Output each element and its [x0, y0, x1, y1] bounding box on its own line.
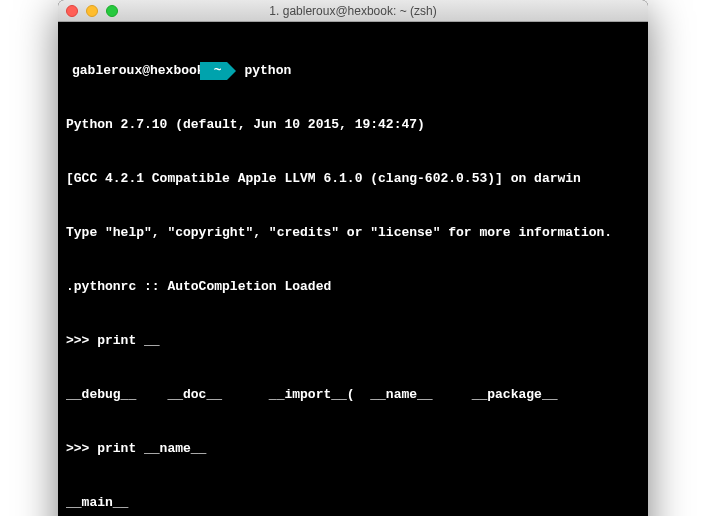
close-icon[interactable] — [66, 5, 78, 17]
zoom-icon[interactable] — [106, 5, 118, 17]
output-line: __main__ — [66, 494, 640, 512]
output-line: [GCC 4.2.1 Compatible Apple LLVM 6.1.0 (… — [66, 170, 640, 188]
user-host: gableroux@hexbook — [66, 62, 209, 80]
repl-line: >>> print __name__ — [66, 440, 640, 458]
path-segment: ~ — [200, 62, 228, 80]
prompt-line: gableroux@hexbook ~ python — [66, 62, 640, 80]
output-line: Type "help", "copyright", "credits" or "… — [66, 224, 640, 242]
terminal-window: 1. gableroux@hexbook: ~ (zsh) gableroux@… — [58, 0, 648, 516]
repl-line: >>> print __ — [66, 332, 640, 350]
traffic-lights — [66, 5, 118, 17]
terminal-body[interactable]: gableroux@hexbook ~ python Python 2.7.10… — [58, 22, 648, 516]
output-line: .pythonrc :: AutoCompletion Loaded — [66, 278, 640, 296]
titlebar[interactable]: 1. gableroux@hexbook: ~ (zsh) — [58, 0, 648, 22]
chevron-right-icon — [227, 62, 236, 80]
output-line: __debug__ __doc__ __import__( __name__ _… — [66, 386, 640, 404]
output-line: Python 2.7.10 (default, Jun 10 2015, 19:… — [66, 116, 640, 134]
minimize-icon[interactable] — [86, 5, 98, 17]
window-title: 1. gableroux@hexbook: ~ (zsh) — [58, 4, 648, 18]
command-input: python — [236, 62, 291, 80]
